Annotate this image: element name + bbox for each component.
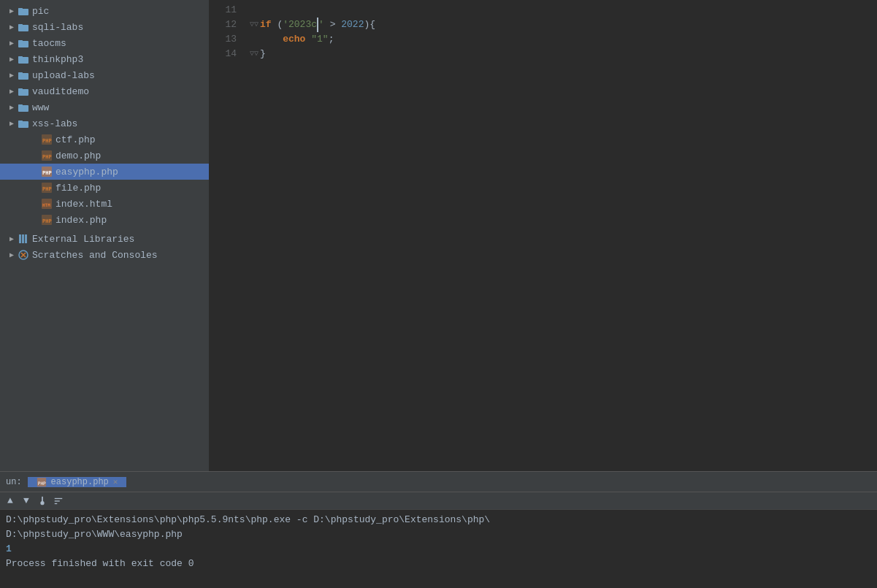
- arrow-icon: [6, 234, 18, 243]
- arrow-icon: [6, 23, 18, 31]
- sidebar-item-index-php[interactable]: PHP index.php: [0, 212, 209, 228]
- code-text-14: }: [260, 47, 877, 61]
- sidebar-item-scratches[interactable]: Scratches and Consoles: [0, 247, 209, 263]
- svg-rect-2: [18, 25, 28, 31]
- sidebar: pic sqli-labs taocms thinkphp3: [0, 0, 209, 471]
- sidebar-item-thinkphp3[interactable]: thinkphp3: [0, 51, 209, 67]
- svg-text:PHP: PHP: [42, 170, 52, 176]
- arrow-icon: [6, 55, 18, 64]
- arrow-icon: [6, 119, 18, 128]
- svg-text:PHP: PHP: [42, 138, 52, 144]
- sidebar-item-taocms[interactable]: taocms: [0, 35, 209, 51]
- code-text-13: echo "1";: [260, 32, 877, 47]
- tab-label: easyphp.php: [51, 477, 109, 487]
- svg-text:PHP: PHP: [42, 154, 52, 160]
- svg-rect-29: [22, 234, 24, 243]
- svg-rect-10: [18, 89, 28, 96]
- tab-close-button[interactable]: ✕: [113, 477, 118, 486]
- line-numbers: 11 12 13 14: [209, 3, 245, 471]
- terminal-line-2: D:\phpstudy_pro\WWW\easyphp.php: [6, 527, 871, 542]
- scroll-up-button[interactable]: ▲: [3, 494, 18, 508]
- sidebar-item-upload-labs[interactable]: upload-labs: [0, 67, 209, 83]
- sidebar-item-www[interactable]: www: [0, 99, 209, 115]
- line-num-13: 13: [209, 32, 237, 47]
- terminal-footer-line: Process finished with exit code 0: [6, 557, 871, 571]
- svg-rect-9: [18, 72, 23, 74]
- sidebar-item-pic[interactable]: pic: [0, 3, 209, 19]
- code-text-12: if ('2023c' > 2022){: [260, 18, 877, 32]
- run-label: un:: [0, 477, 28, 487]
- sidebar-item-label-demo: demo.php: [55, 150, 101, 161]
- code-content[interactable]: ▽ if ('2023c' > 2022){ echo "1"; ▽ }: [245, 3, 877, 471]
- bottom-tab-easyphp[interactable]: PHP easyphp.php ✕: [28, 477, 127, 487]
- arrow-icon: [6, 71, 18, 80]
- terminal-output-number: 1: [6, 542, 12, 557]
- scratches-label: Scratches and Consoles: [32, 250, 158, 261]
- sidebar-item-demo-php[interactable]: PHP demo.php: [0, 148, 209, 164]
- svg-rect-1: [18, 8, 23, 9]
- sidebar-item-ctf-php[interactable]: PHP ctf.php: [0, 131, 209, 148]
- fold-arrow-12[interactable]: ▽: [248, 18, 260, 32]
- code-line-14: ▽ }: [248, 47, 877, 61]
- sidebar-item-label-sqli: sqli-labs: [32, 22, 83, 33]
- fold-arrow-14[interactable]: ▽: [248, 47, 260, 61]
- sidebar-item-label-easyphp: easyphp.php: [55, 167, 118, 177]
- svg-rect-5: [18, 40, 23, 42]
- svg-rect-28: [19, 234, 21, 243]
- bottom-panel: un: PHP easyphp.php ✕ ▲ ▼ D:\phpstudy_pr…: [0, 471, 877, 588]
- sidebar-item-label-file: file.php: [55, 183, 101, 194]
- line-num-11: 11: [209, 3, 237, 18]
- folder-icon: [18, 85, 29, 97]
- sidebar-item-label-thinkphp3: thinkphp3: [32, 54, 83, 65]
- code-editor[interactable]: 11 12 13 14 ▽ if ('2023c' > 2022){: [209, 0, 877, 471]
- svg-point-37: [40, 501, 44, 505]
- terminal-line-1: D:\phpstudy_pro\Extensions\php\php5.5.9n…: [6, 513, 871, 527]
- folder-icon: [18, 69, 29, 81]
- svg-rect-36: [42, 496, 43, 501]
- svg-rect-14: [18, 121, 28, 128]
- code-line-12: ▽ if ('2023c' > 2022){: [248, 18, 877, 32]
- svg-text:PHP: PHP: [37, 480, 45, 485]
- folder-icon: [18, 37, 29, 49]
- main-area: pic sqli-labs taocms thinkphp3: [0, 0, 877, 471]
- svg-rect-30: [25, 234, 27, 243]
- folder-icon: [18, 5, 29, 17]
- php-file-icon: PHP: [41, 150, 53, 161]
- svg-rect-7: [18, 56, 23, 58]
- sort-button[interactable]: [51, 494, 66, 508]
- sidebar-item-external-libraries[interactable]: External Libraries: [0, 231, 209, 247]
- tab-php-icon: PHP: [37, 477, 47, 487]
- line-num-14: 14: [209, 47, 237, 61]
- external-libraries-label: External Libraries: [32, 234, 134, 245]
- scratches-icon: [18, 249, 29, 261]
- code-line-13: echo "1";: [248, 32, 877, 47]
- php-file-icon: PHP: [41, 134, 53, 145]
- sidebar-item-label-ctf: ctf.php: [55, 134, 96, 145]
- sidebar-item-vauditdemo[interactable]: vauditdemo: [0, 83, 209, 99]
- svg-rect-12: [18, 105, 28, 112]
- terminal-text-2: D:\phpstudy_pro\WWW\easyphp.php: [6, 527, 183, 542]
- scroll-down-button[interactable]: ▼: [19, 494, 34, 508]
- folder-icon: [18, 118, 29, 129]
- php-file-icon: PHP: [41, 182, 53, 194]
- sidebar-item-file-php[interactable]: PHP file.php: [0, 180, 209, 196]
- svg-rect-11: [18, 88, 23, 90]
- sidebar-item-label-vauditdemo: vauditdemo: [32, 86, 89, 97]
- external-libraries-icon: [18, 233, 29, 245]
- code-line-11: [248, 3, 877, 18]
- svg-text:HTM: HTM: [42, 202, 50, 207]
- arrow-icon: [6, 103, 18, 112]
- sidebar-item-easyphp-php[interactable]: PHP easyphp.php: [0, 164, 209, 180]
- svg-rect-4: [18, 41, 28, 47]
- svg-text:PHP: PHP: [42, 218, 52, 224]
- sidebar-item-sqli-labs[interactable]: sqli-labs: [0, 19, 209, 35]
- php-file-icon: PHP: [41, 214, 53, 226]
- sidebar-item-index-html[interactable]: HTM index.html: [0, 196, 209, 212]
- terminal-output-line: 1: [6, 542, 871, 557]
- pin-button[interactable]: [35, 494, 50, 508]
- sidebar-item-label-xss-labs: xss-labs: [32, 118, 77, 129]
- sidebar-item-xss-labs[interactable]: xss-labs: [0, 115, 209, 131]
- arrow-icon: [6, 39, 18, 47]
- svg-rect-8: [18, 73, 28, 80]
- terminal-footer-text: Process finished with exit code 0: [6, 557, 194, 571]
